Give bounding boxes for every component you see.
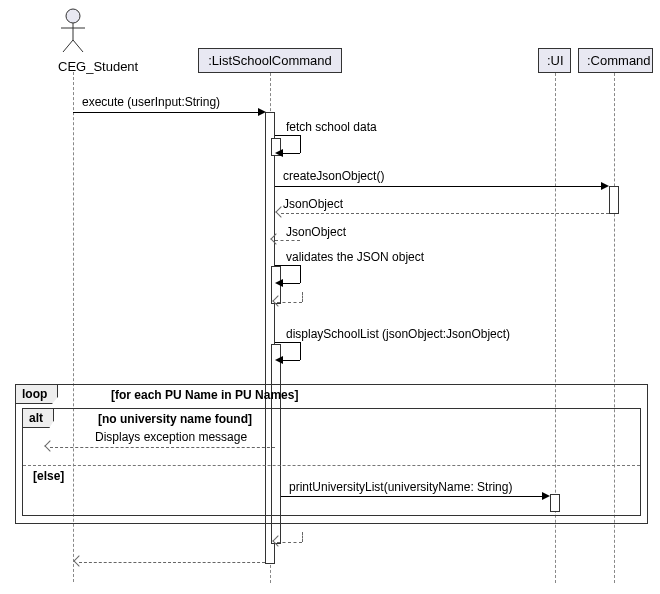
participant-ui: :UI (538, 48, 571, 73)
fragment-alt-tab: alt (23, 409, 54, 428)
arrowhead-final-return (73, 555, 84, 566)
msg-createjson: createJsonObject() (283, 169, 384, 183)
msg-execute: execute (userInput:String) (82, 95, 220, 109)
participant-command: :Command (578, 48, 653, 73)
actor: CEG_Student (58, 8, 138, 74)
arrow-exception (50, 447, 275, 448)
msg-fetch: fetch school data (286, 120, 377, 134)
fragment-alt-guard2: [else] (33, 469, 64, 483)
msg-display: displaySchoolList (jsonObject:JsonObject… (286, 327, 510, 341)
msg-print: printUniversityList(universityName: Stri… (289, 480, 512, 494)
arrow-final-return (79, 562, 265, 563)
msg-jsonreturn1: JsonObject (283, 197, 343, 211)
arrow-createjson (275, 186, 603, 187)
fragment-loop-tab: loop (16, 385, 58, 404)
msg-exception: Displays exception message (95, 430, 247, 444)
arrowhead-createjson (601, 182, 609, 190)
msg-validate: validates the JSON object (286, 250, 424, 264)
fragment-alt-divider (23, 465, 640, 466)
svg-point-0 (66, 9, 80, 23)
msg-jsonreturn2: JsonObject (286, 225, 346, 239)
activation-command (609, 186, 619, 214)
participant-listschoolcommand: :ListSchoolCommand (198, 48, 342, 73)
actor-name: CEG_Student (58, 59, 138, 74)
arrowhead-print (542, 492, 550, 500)
svg-line-4 (73, 40, 83, 52)
fragment-alt-guard1: [no university name found] (98, 412, 252, 426)
arrow-print (281, 496, 544, 497)
svg-line-3 (63, 40, 73, 52)
fragment-loop-guard: [for each PU Name in PU Names] (111, 388, 298, 402)
actor-icon (58, 8, 88, 54)
arrowhead-execute (258, 108, 266, 116)
arrow-jsonreturn1 (281, 213, 609, 214)
arrow-execute (73, 112, 259, 113)
